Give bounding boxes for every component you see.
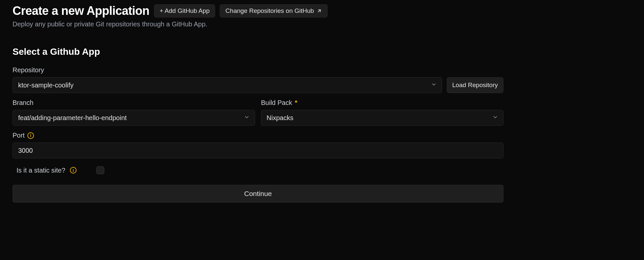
add-github-app-button[interactable]: + Add GitHub App (154, 4, 215, 17)
info-icon[interactable]: i (70, 167, 77, 174)
load-repository-label: Load Repository (452, 81, 498, 89)
build-pack-select[interactable]: Nixpacks (261, 110, 503, 126)
port-label: Port i (13, 132, 503, 139)
load-repository-button[interactable]: Load Repository (447, 77, 503, 93)
section-title: Select a Github App (13, 47, 631, 57)
build-pack-label: Build Pack * (261, 99, 503, 107)
branch-label: Branch (13, 99, 255, 107)
build-pack-label-text: Build Pack (261, 99, 292, 107)
change-repos-button[interactable]: Change Repositories on GitHub (220, 4, 327, 17)
continue-button[interactable]: Continue (13, 185, 503, 203)
info-icon[interactable]: i (27, 132, 34, 139)
change-repos-label: Change Repositories on GitHub (225, 7, 314, 15)
branch-select[interactable]: feat/adding-parameter-hello-endpoint (13, 110, 255, 126)
repository-select[interactable]: ktor-sample-coolify (13, 77, 442, 93)
external-link-icon (317, 8, 322, 14)
page-title: Create a new Application (13, 4, 149, 18)
continue-label: Continue (244, 190, 272, 197)
add-github-app-label: + Add GitHub App (160, 7, 210, 15)
page-subtitle: Deploy any public or private Git reposit… (13, 20, 631, 28)
repository-label: Repository (13, 66, 503, 74)
port-input[interactable] (13, 143, 503, 158)
port-label-text: Port (13, 132, 25, 139)
required-asterisk: * (295, 99, 298, 107)
static-site-label: Is it a static site? (16, 167, 65, 174)
static-site-checkbox[interactable] (96, 166, 104, 174)
svg-line-0 (318, 10, 320, 12)
